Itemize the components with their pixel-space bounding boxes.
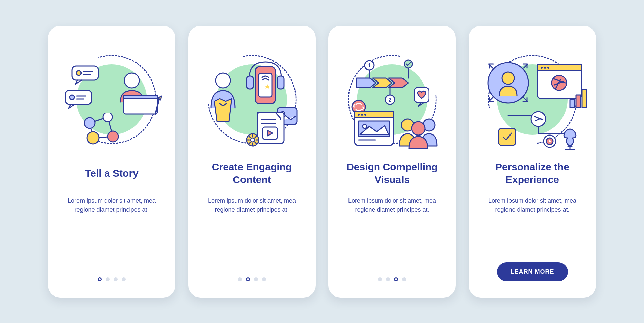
card-description: Lorem ipsum dolor sit amet, mea regione … (341, 196, 443, 214)
page-dot[interactable] (378, 277, 382, 281)
svg-point-16 (103, 113, 112, 122)
svg-point-68 (549, 140, 551, 142)
chat-bubble-icon (71, 65, 99, 85)
svg-point-45 (361, 114, 363, 116)
svg-rect-10 (124, 95, 157, 99)
user-target-icon (485, 59, 532, 106)
shopper-icon (203, 71, 243, 125)
image-card-icon (348, 100, 395, 147)
svg-point-15 (84, 118, 95, 128)
svg-point-52 (412, 122, 425, 135)
svg-text:1: 1 (368, 63, 371, 68)
onboarding-card: Create Engaging Content Lorem ipsum dolo… (188, 26, 316, 298)
svg-point-31 (251, 138, 255, 142)
svg-point-8 (124, 73, 139, 88)
illustration (205, 53, 299, 147)
page-dot[interactable] (238, 277, 242, 281)
card-description: Lorem ipsum dolor sit amet, mea regione … (61, 196, 163, 214)
chat-bubble-icon (65, 90, 92, 109)
card-title: Tell a Story (82, 160, 141, 187)
svg-rect-21 (259, 73, 272, 97)
illustration (485, 53, 579, 147)
card-description: Lorem ipsum dolor sit amet, mea regione … (201, 196, 303, 214)
card-title: Create Engaging Content (201, 160, 303, 187)
people-group-icon (395, 106, 442, 150)
svg-point-59 (547, 67, 549, 69)
svg-rect-23 (277, 76, 284, 89)
svg-point-48 (363, 124, 367, 128)
svg-rect-43 (355, 112, 393, 118)
page-dot[interactable] (386, 277, 390, 281)
learn-more-button[interactable]: LEARN MORE (497, 262, 568, 281)
svg-rect-61 (576, 95, 581, 108)
svg-rect-64 (499, 128, 516, 145)
svg-rect-62 (582, 90, 587, 108)
page-dot[interactable] (246, 277, 250, 281)
svg-rect-22 (247, 76, 253, 89)
svg-point-46 (364, 114, 366, 116)
page-dot[interactable] (254, 277, 258, 281)
svg-point-57 (541, 67, 543, 69)
illustration (65, 53, 159, 147)
card-title: Personalize the Experience (481, 160, 583, 187)
page-dot[interactable] (122, 277, 126, 281)
svg-point-44 (358, 114, 360, 116)
svg-point-19 (216, 73, 230, 88)
svg-rect-63 (570, 100, 575, 108)
headphones-phone-icon (245, 59, 285, 110)
media-files-icon (242, 106, 299, 150)
svg-point-1 (76, 71, 81, 75)
page-dot[interactable] (394, 277, 398, 281)
page-dot[interactable] (262, 277, 266, 281)
card-title: Design Compelling Visuals (341, 160, 443, 187)
page-dot[interactable] (98, 277, 102, 281)
illustration: 1 2 (345, 53, 439, 147)
svg-rect-70 (565, 149, 575, 150)
card-description: Lorem ipsum dolor sit amet, mea regione … (481, 196, 583, 214)
onboarding-row: Tell a Story Lorem ipsum dolor sit amet,… (48, 26, 596, 298)
page-indicator (98, 277, 126, 281)
onboarding-card: Tell a Story Lorem ipsum dolor sit amet,… (48, 26, 175, 298)
page-indicator (378, 277, 406, 281)
svg-point-5 (70, 95, 74, 100)
svg-point-54 (502, 72, 514, 84)
network-icon (78, 113, 132, 147)
page-indicator (238, 277, 266, 281)
page-dot[interactable] (114, 277, 118, 281)
video-window-icon (536, 63, 589, 113)
page-dot[interactable] (402, 277, 406, 281)
svg-point-58 (544, 67, 546, 69)
page-dot[interactable] (106, 277, 110, 281)
svg-point-17 (87, 132, 99, 144)
strategy-map-icon (495, 110, 583, 150)
onboarding-card: 1 2 (328, 26, 456, 298)
onboarding-card: Personalize the Experience Lorem ipsum d… (469, 26, 596, 298)
person-laptop-icon (108, 71, 162, 118)
svg-point-18 (108, 131, 118, 142)
